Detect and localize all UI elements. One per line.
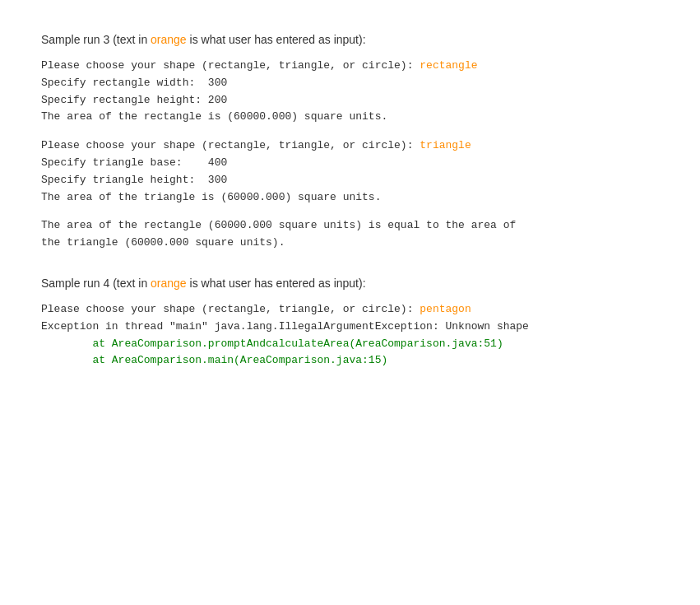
- run4-title-prefix: Sample run 4 (text in: [41, 277, 151, 290]
- run4-title-orange: orange: [151, 277, 187, 290]
- run4-line4: at AreaComparison.main(AreaComparison.ja…: [41, 352, 659, 370]
- run3-line1-orange: rectangle: [420, 59, 477, 72]
- run3-line10: the triangle (60000.000 square units).: [41, 235, 659, 252]
- run3-line7: Specify triangle height: 300: [41, 172, 659, 189]
- run3-line1-plain: Please choose your shape (rectangle, tri…: [41, 59, 420, 72]
- run3-line2: Specify rectangle width: 300: [41, 75, 659, 92]
- run4-line1-orange: pentagon: [420, 303, 471, 315]
- run3-line5-orange: triangle: [420, 139, 471, 151]
- run4-code-block: Please choose your shape (rectangle, tri…: [41, 301, 659, 370]
- run3-line5: Please choose your shape (rectangle, tri…: [41, 137, 659, 155]
- run3-title: Sample run 3 (text in orange is what use…: [41, 33, 659, 46]
- run3-line6: Specify triangle base: 400: [41, 155, 659, 172]
- run3-line4: The area of the rectangle is (60000.000)…: [41, 109, 659, 126]
- run4-line3: at AreaComparison.promptAndcalculateArea…: [41, 336, 659, 353]
- run3-title-prefix: Sample run 3 (text in: [41, 33, 151, 46]
- run3-code-block: Please choose your shape (rectangle, tri…: [41, 58, 659, 252]
- run3-line3: Specify rectangle height: 200: [41, 92, 659, 109]
- sample-run-3-section: Sample run 3 (text in orange is what use…: [41, 33, 659, 252]
- run4-line1: Please choose your shape (rectangle, tri…: [41, 301, 659, 319]
- run3-title-suffix: is what user has entered as input):: [187, 33, 366, 46]
- run4-line1-plain: Please choose your shape (rectangle, tri…: [41, 303, 420, 315]
- run4-title: Sample run 4 (text in orange is what use…: [41, 277, 659, 290]
- run3-line9: The area of the rectangle (60000.000 squ…: [41, 217, 659, 235]
- run3-line5-plain: Please choose your shape (rectangle, tri…: [41, 139, 420, 151]
- run4-line2: Exception in thread "main" java.lang.Ill…: [41, 319, 659, 336]
- run3-line1: Please choose your shape (rectangle, tri…: [41, 58, 659, 75]
- sample-run-4-section: Sample run 4 (text in orange is what use…: [41, 277, 659, 370]
- run4-title-suffix: is what user has entered as input):: [187, 277, 366, 290]
- run3-line8: The area of the triangle is (60000.000) …: [41, 189, 659, 207]
- run3-title-orange: orange: [151, 33, 187, 46]
